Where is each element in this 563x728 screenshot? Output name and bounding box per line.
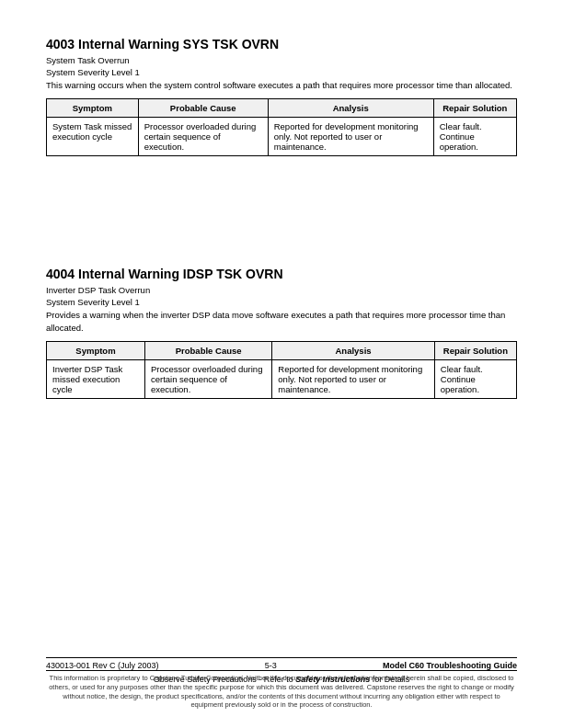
section-4004-subtitle2: System Severity Level 1: [46, 297, 517, 307]
section-4003-subtitle1: System Task Overrun: [46, 55, 517, 65]
section-4003-subtitle2: System Severity Level 1: [46, 67, 517, 77]
footer-left: 430013-001 Rev C (July 2003): [46, 661, 159, 670]
footer-disclaimer: This information is proprietary to Capst…: [46, 674, 517, 710]
page: 4003 Internal Warning SYS TSK OVRN Syste…: [0, 0, 563, 728]
col-header-cause-2: Probable Cause: [144, 341, 271, 359]
section-4003: 4003 Internal Warning SYS TSK OVRN Syste…: [46, 37, 517, 156]
cell-analysis-1-0: Reported for development monitoring only…: [268, 118, 433, 156]
section-4004-body: Provides a warning when the inverter DSP…: [46, 309, 517, 334]
section-4003-table: Symptom Probable Cause Analysis Repair S…: [46, 98, 517, 156]
footer-center: 5-3: [265, 661, 277, 670]
section-4004-title: 4004 Internal Warning IDSP TSK OVRN: [46, 267, 517, 281]
section-4004-subtitle1: Inverter DSP Task Overrun: [46, 285, 517, 295]
cell-cause-2-0: Processor overloaded during certain sequ…: [144, 359, 271, 398]
cell-repair-2-0: Clear fault. Continue operation.: [434, 359, 516, 398]
footer-bottom: 430013-001 Rev C (July 2003) 5-3 Model C…: [46, 657, 517, 710]
col-header-analysis-1: Analysis: [268, 99, 433, 118]
cell-cause-1-0: Processor overloaded during certain sequ…: [138, 118, 268, 156]
footer-line1: 430013-001 Rev C (July 2003) 5-3 Model C…: [46, 657, 517, 670]
col-header-cause-1: Probable Cause: [138, 99, 268, 118]
cell-symptom-1-0: System Task missed execution cycle: [47, 118, 139, 156]
section-4004-table: Symptom Probable Cause Analysis Repair S…: [46, 341, 517, 399]
footer-right: Model C60 Troubleshooting Guide: [383, 661, 517, 670]
table-row: System Task missed execution cycle Proce…: [47, 118, 517, 156]
section-4004: 4004 Internal Warning IDSP TSK OVRN Inve…: [46, 267, 517, 399]
section-4003-title: 4003 Internal Warning SYS TSK OVRN: [46, 37, 517, 51]
cell-repair-1-0: Clear fault. Continue operation.: [433, 118, 516, 156]
cell-analysis-2-0: Reported for development monitoring only…: [272, 359, 434, 398]
col-header-repair-1: Repair Solution: [433, 99, 516, 118]
section-4003-body: This warning occurs when the system cont…: [46, 79, 517, 91]
cell-symptom-2-0: Inverter DSP Task missed execution cycle: [47, 359, 145, 398]
col-header-symptom-2: Symptom: [47, 341, 145, 359]
col-header-analysis-2: Analysis: [272, 341, 434, 359]
col-header-symptom-1: Symptom: [47, 99, 139, 118]
table-row: Inverter DSP Task missed execution cycle…: [47, 359, 517, 398]
col-header-repair-2: Repair Solution: [434, 341, 516, 359]
